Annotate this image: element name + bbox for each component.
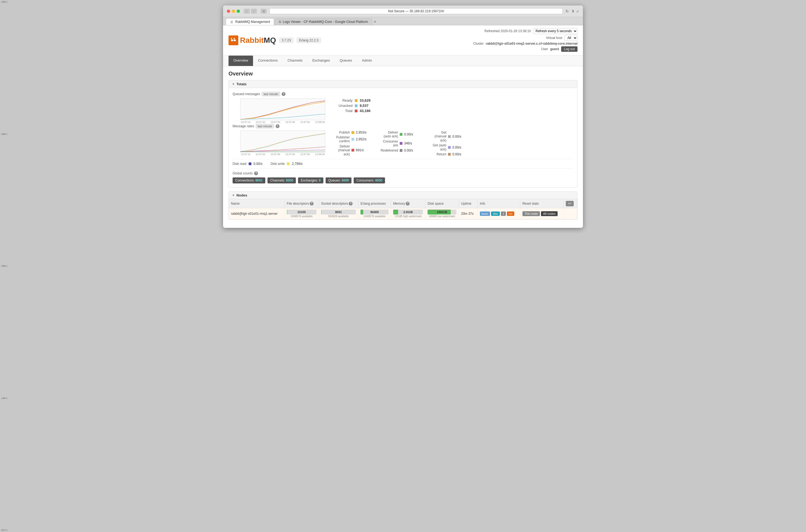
publisher-confirm-row: Publisherconfirm 2,952/s [331, 135, 371, 144]
unacked-dot [355, 104, 357, 107]
get-auto-dot [448, 146, 451, 149]
browser-window: ‹ › ⊟ Not Secure — 35.189.82.219:15672/#… [223, 5, 583, 228]
disk-text: 186GiB [437, 210, 447, 214]
channels-value: 8000 [286, 178, 293, 182]
disk-write-value: 2,799/s [292, 162, 302, 166]
nav-admin[interactable]: Admin [357, 56, 377, 66]
nodes-header[interactable]: ▼ Nodes [229, 192, 577, 199]
nav-overview[interactable]: Overview [228, 56, 253, 66]
redelivered-label: Redelivered [379, 149, 398, 152]
memory-help[interactable]: ? [406, 202, 410, 206]
queued-chart-svg [241, 99, 325, 120]
file-desc-fill [287, 210, 287, 214]
queued-timeframe-badge[interactable]: last minute [262, 92, 280, 96]
fullscreen-button[interactable]: ⤢ [576, 9, 579, 13]
get-auto-value: 0.00/s [452, 146, 467, 149]
col-socket-desc: Socket descriptors ? [319, 199, 358, 208]
socket-desc-text: 8001 [335, 210, 342, 214]
get-manual-value: 0.00/s [452, 135, 467, 138]
share-button[interactable]: ⬆ [571, 9, 575, 13]
rates-timeframe-badge[interactable]: last minute [256, 124, 274, 128]
node-memory-cell: 2.0GiB 12GiB high watermark [391, 208, 425, 219]
rates-stats-grid: Publish 2,953/s Publisherconfirm 2,952/s [331, 131, 467, 156]
forward-button[interactable]: › [251, 9, 257, 14]
get-manual-row: Get(manualack) 0.00/s [427, 131, 467, 142]
return-dot [448, 153, 451, 156]
total-value: 43,166 [360, 109, 371, 113]
channels-badge[interactable]: Channels: 8000 [267, 177, 296, 184]
connections-value: 8001 [255, 178, 263, 182]
browser-tabs: 🐰 RabbitMQ Management G Logs Viewer - CF… [223, 17, 583, 25]
refresh-select[interactable]: Refresh every 5 seconds [533, 28, 578, 34]
queued-help-icon[interactable]: ? [282, 92, 285, 96]
total-label: Total [331, 109, 353, 113]
tab-logs-label: Logs Viewer - CF-RabbitMQ-Core - Google … [283, 20, 368, 24]
user-label: User [541, 47, 548, 51]
add-remove-button[interactable]: +/- [566, 201, 574, 206]
badge-1: 1 [501, 211, 506, 216]
app-content: RabbitMQ 3.7.23 Erlang 22.2.3 Refreshed … [223, 25, 583, 228]
deliver-auto-value: 0.00/s [404, 132, 419, 136]
this-node-button[interactable]: This node [522, 211, 540, 216]
nav-queues[interactable]: Queues [335, 56, 357, 66]
sidebar-button[interactable]: ⊟ [261, 9, 267, 14]
nodes-body: Name File descriptors ? Socket descripto… [229, 199, 577, 220]
nav-buttons: ‹ › [244, 9, 257, 14]
minimize-button[interactable] [232, 10, 235, 13]
node-addremove-cell [564, 208, 577, 219]
node-disk-cell: 186GiB 48MiB low watermark [425, 208, 459, 219]
back-button[interactable]: ‹ [244, 9, 250, 14]
svg-rect-1 [234, 39, 236, 41]
file-desc-help[interactable]: ? [310, 202, 314, 206]
new-tab-button[interactable]: + [374, 19, 376, 24]
global-counts-section: Global counts ? Connections: 8001 Channe… [232, 168, 574, 184]
tab-rabbitmq[interactable]: 🐰 RabbitMQ Management [226, 18, 274, 25]
node-socket-desc-cell: 8001 943626 available [319, 208, 358, 219]
close-button[interactable] [227, 10, 230, 13]
nodes-section: ▼ Nodes Name File descriptors ? [228, 191, 578, 220]
queues-badge[interactable]: Queues: 4000 [325, 177, 352, 184]
consumer-ack-label: Consumerack [379, 139, 398, 148]
col-addremove: +/- [564, 199, 577, 208]
totals-header[interactable]: ▼ Totals [229, 80, 577, 88]
logo-area: RabbitMQ 3.7.23 Erlang 22.2.3 [228, 35, 321, 45]
publisher-confirm-label: Publisherconfirm [331, 135, 350, 144]
top-bar: RabbitMQ 3.7.23 Erlang 22.2.3 Refreshed … [223, 25, 583, 56]
global-counts-help[interactable]: ? [254, 171, 258, 175]
deliver-auto-label: Deliver(auto ack) [379, 131, 398, 138]
node-row: rabbit@tgir-s01e01-rmq1-server 10105 104… [229, 208, 577, 219]
rates-help-icon[interactable]: ? [276, 124, 280, 128]
reload-button[interactable]: ↻ [565, 9, 569, 13]
socket-desc-help[interactable]: ? [349, 202, 353, 206]
erlang-fill [360, 210, 363, 214]
connections-badge[interactable]: Connections: 8001 [232, 177, 265, 184]
vhost-select[interactable]: All [564, 35, 578, 41]
disk-write-label: Disk write [270, 162, 285, 166]
cluster-row: Cluster rabbit@tgir-s01e01-rmq1-server.c… [473, 42, 578, 45]
rates-col2: Deliver(auto ack) 0.00/s Consumerack 346… [379, 131, 419, 156]
file-desc-sub: 1048576 available [287, 215, 317, 218]
exchanges-badge[interactable]: Exchanges: 8 [298, 177, 323, 184]
col-erlang: Erlang processes [358, 199, 391, 208]
nav-connections[interactable]: Connections [253, 56, 282, 66]
totals-section: ▼ Totals Queued messages last minute ? [228, 80, 578, 188]
total-dot [355, 110, 357, 112]
tab-logs[interactable]: G Logs Viewer - CF-RabbitMQ-Core - Googl… [275, 18, 372, 25]
maximize-button[interactable] [237, 10, 240, 13]
nav-channels[interactable]: Channels [282, 56, 307, 66]
erlang-bar: 96409 [360, 210, 389, 214]
disk-write-row: Disk write 2,799/s [270, 162, 302, 166]
exchanges-value: 8 [319, 178, 321, 182]
total-row: Total 43,166 [331, 109, 374, 113]
url-bar[interactable]: Not Secure — 35.189.82.219:15672/#/ [269, 8, 563, 14]
nav-exchanges[interactable]: Exchanges [307, 56, 335, 66]
google-tab-icon: G [279, 20, 281, 23]
logout-button[interactable]: Log out [561, 46, 578, 52]
all-nodes-button[interactable]: All nodes [541, 211, 558, 216]
rabbitmq-tab-icon: 🐰 [230, 20, 234, 24]
consumers-badge[interactable]: Consumers: 4000 [354, 177, 385, 184]
publish-label: Publish [331, 131, 350, 134]
vhost-row: Virtual host All [473, 35, 578, 41]
redelivered-dot [400, 149, 402, 152]
traffic-lights [227, 10, 240, 13]
